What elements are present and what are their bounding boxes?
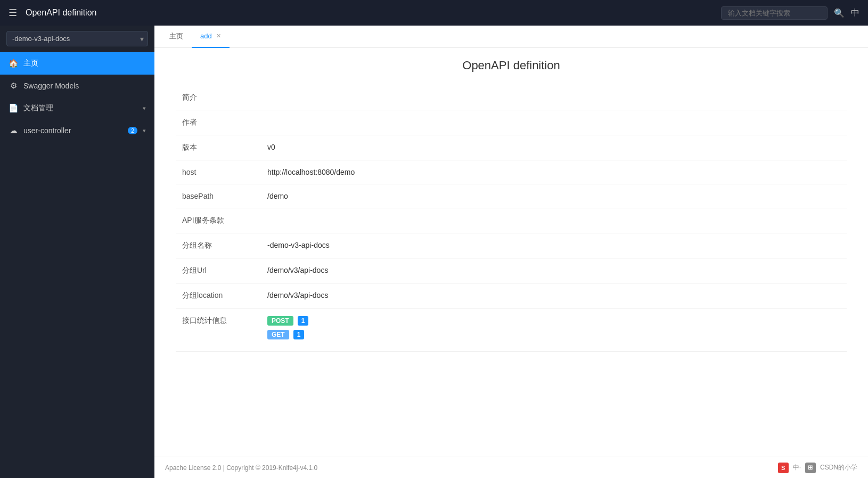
row-label-host: host bbox=[176, 160, 261, 184]
method-row-get: GET 1 bbox=[267, 330, 840, 339]
header-title: OpenAPI definition bbox=[26, 8, 721, 18]
row-label-group-location: 分组location bbox=[176, 283, 261, 309]
row-value-version: v0 bbox=[261, 135, 847, 160]
doc-manage-arrow: ▾ bbox=[143, 105, 146, 112]
user-controller-arrow: ▾ bbox=[143, 127, 146, 134]
tab-add-label: add bbox=[200, 32, 212, 40]
lang-icon[interactable]: 中 bbox=[851, 7, 859, 19]
row-value-api-stats: POST 1 GET 1 bbox=[261, 309, 847, 352]
home-icon: 🏠 bbox=[9, 59, 18, 68]
user-controller-badge: 2 bbox=[128, 127, 137, 134]
page-title: OpenAPI definition bbox=[176, 59, 847, 72]
search-icon[interactable]: 🔍 bbox=[834, 8, 845, 18]
row-value-group-name: -demo-v3-api-docs bbox=[261, 233, 847, 258]
content-area: 主页 add ✕ OpenAPI definition 简介 作者 bbox=[154, 26, 868, 478]
row-value-group-location: /demo/v3/api-docs bbox=[261, 283, 847, 309]
main-layout: -demo-v3-api-docs 🏠 主页 ⚙ Swagger Models … bbox=[0, 26, 868, 478]
row-label-version: 版本 bbox=[176, 135, 261, 160]
info-table: 简介 作者 版本 v0 host http://localhost:8080/d… bbox=[176, 85, 847, 352]
post-count: 1 bbox=[298, 316, 309, 326]
row-value-api-terms bbox=[261, 208, 847, 233]
row-label-author: 作者 bbox=[176, 110, 261, 135]
tab-add[interactable]: add ✕ bbox=[192, 26, 230, 48]
search-input[interactable] bbox=[721, 6, 828, 20]
sidebar-item-swagger-models[interactable]: ⚙ Swagger Models bbox=[0, 75, 154, 97]
table-row: 分组名称 -demo-v3-api-docs bbox=[176, 233, 847, 258]
page-content: OpenAPI definition 简介 作者 版本 v0 bbox=[154, 48, 868, 457]
table-row: 分组location /demo/v3/api-docs bbox=[176, 283, 847, 309]
footer-icon-s: S bbox=[778, 463, 789, 473]
footer-text-csdn: CSDN的小学 bbox=[820, 463, 857, 472]
search-area: 🔍 中 bbox=[721, 6, 859, 20]
user-controller-icon: ☁ bbox=[9, 126, 18, 135]
table-row: 简介 bbox=[176, 85, 847, 110]
get-badge: GET bbox=[267, 330, 289, 339]
row-value-basepath: /demo bbox=[261, 184, 847, 208]
swagger-models-icon: ⚙ bbox=[9, 81, 18, 91]
sidebar-swagger-label: Swagger Models bbox=[23, 82, 146, 90]
doc-manage-icon: 📄 bbox=[9, 103, 18, 113]
footer-icon-grid: ⊞ bbox=[805, 463, 816, 473]
table-row: 分组Url /demo/v3/api-docs bbox=[176, 258, 847, 283]
row-label-basepath: basePath bbox=[176, 184, 261, 208]
footer-text-zh: 中· bbox=[793, 463, 801, 472]
table-row-api-stats: 接口统计信息 POST 1 GET 1 bbox=[176, 309, 847, 352]
row-label-api-stats: 接口统计信息 bbox=[176, 309, 261, 352]
post-badge: POST bbox=[267, 316, 293, 326]
row-value-group-url: /demo/v3/api-docs bbox=[261, 258, 847, 283]
api-group-select[interactable]: -demo-v3-api-docs bbox=[6, 31, 148, 46]
sidebar-doc-label: 文档管理 bbox=[23, 103, 137, 113]
sidebar-home-label: 主页 bbox=[23, 59, 146, 68]
row-label-api-terms: API服务条款 bbox=[176, 208, 261, 233]
tab-home[interactable]: 主页 bbox=[161, 26, 192, 48]
get-count: 1 bbox=[293, 330, 305, 339]
footer-right: S 中· ⊞ CSDN的小学 bbox=[778, 463, 857, 473]
tab-home-label: 主页 bbox=[169, 31, 183, 41]
top-header: ☰ OpenAPI definition 🔍 中 bbox=[0, 0, 868, 26]
tabs-bar: 主页 add ✕ bbox=[154, 26, 868, 48]
footer: Apache License 2.0 | Copyright © 2019-Kn… bbox=[154, 457, 868, 478]
row-value-author bbox=[261, 110, 847, 135]
footer-license: Apache License 2.0 | Copyright © 2019-Kn… bbox=[165, 464, 317, 472]
row-label-intro: 简介 bbox=[176, 85, 261, 110]
table-row: 作者 bbox=[176, 110, 847, 135]
table-row: 版本 v0 bbox=[176, 135, 847, 160]
method-row-post: POST 1 bbox=[267, 316, 840, 326]
sidebar-item-user-controller[interactable]: ☁ user-controller 2 ▾ bbox=[0, 119, 154, 142]
table-row: API服务条款 bbox=[176, 208, 847, 233]
sidebar-item-doc-manage[interactable]: 📄 文档管理 ▾ bbox=[0, 97, 154, 119]
tab-add-close[interactable]: ✕ bbox=[216, 33, 221, 39]
table-row: host http://localhost:8080/demo bbox=[176, 160, 847, 184]
row-value-intro bbox=[261, 85, 847, 110]
row-label-group-name: 分组名称 bbox=[176, 233, 261, 258]
menu-icon[interactable]: ☰ bbox=[9, 7, 17, 19]
sidebar-selector: -demo-v3-api-docs bbox=[0, 26, 154, 52]
sidebar: -demo-v3-api-docs 🏠 主页 ⚙ Swagger Models … bbox=[0, 26, 154, 478]
sidebar-item-home[interactable]: 🏠 主页 bbox=[0, 52, 154, 75]
table-row: basePath /demo bbox=[176, 184, 847, 208]
row-value-host: http://localhost:8080/demo bbox=[261, 160, 847, 184]
sidebar-user-label: user-controller bbox=[23, 126, 122, 135]
row-label-group-url: 分组Url bbox=[176, 258, 261, 283]
